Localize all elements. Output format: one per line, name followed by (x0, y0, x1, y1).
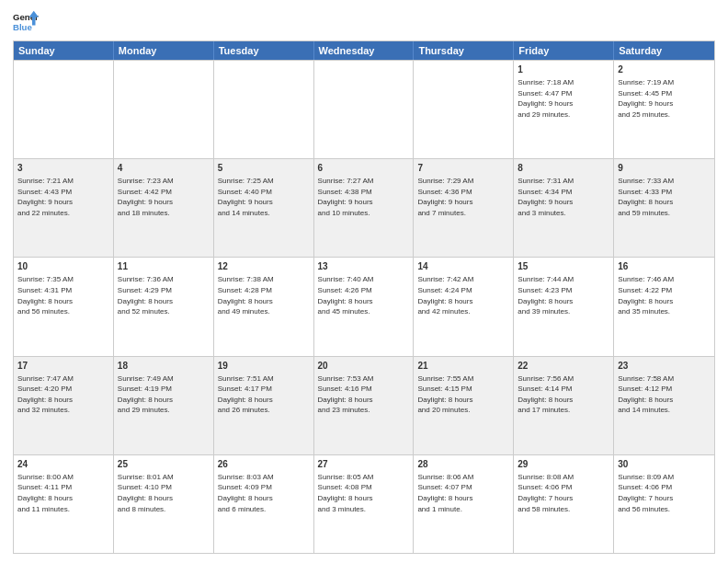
calendar-cell (314, 61, 415, 158)
day-number: 30 (618, 458, 711, 471)
calendar-cell: 12Sunrise: 7:38 AM Sunset: 4:28 PM Dayli… (214, 258, 314, 355)
calendar-body: 1Sunrise: 7:18 AM Sunset: 4:47 PM Daylig… (14, 60, 714, 553)
calendar-cell (414, 61, 514, 158)
calendar-cell: 4Sunrise: 7:23 AM Sunset: 4:42 PM Daylig… (114, 159, 214, 257)
calendar-cell (114, 61, 214, 158)
day-number: 27 (318, 458, 410, 471)
day-number: 7 (417, 162, 509, 175)
calendar: SundayMondayTuesdayWednesdayThursdayFrid… (13, 40, 715, 554)
day-number: 15 (518, 260, 609, 273)
calendar-cell: 14Sunrise: 7:42 AM Sunset: 4:24 PM Dayli… (414, 258, 514, 355)
day-number: 18 (118, 360, 210, 373)
weekday-header: Thursday (414, 41, 514, 60)
calendar-cell: 23Sunrise: 7:58 AM Sunset: 4:12 PM Dayli… (614, 357, 714, 454)
day-number: 6 (318, 162, 410, 175)
calendar-header: SundayMondayTuesdayWednesdayThursdayFrid… (14, 41, 714, 60)
calendar-cell: 1Sunrise: 7:18 AM Sunset: 4:47 PM Daylig… (514, 61, 614, 158)
day-number: 5 (218, 162, 310, 175)
day-info: Sunrise: 7:46 AM Sunset: 4:22 PM Dayligh… (618, 274, 711, 316)
calendar-cell: 17Sunrise: 7:47 AM Sunset: 4:20 PM Dayli… (14, 357, 114, 454)
day-number: 21 (417, 360, 509, 373)
day-number: 16 (618, 260, 711, 273)
day-info: Sunrise: 7:49 AM Sunset: 4:19 PM Dayligh… (118, 373, 210, 416)
calendar-cell: 28Sunrise: 8:06 AM Sunset: 4:07 PM Dayli… (414, 455, 514, 553)
page-header: General Blue (13, 9, 715, 35)
calendar-cell: 25Sunrise: 8:01 AM Sunset: 4:10 PM Dayli… (114, 455, 214, 553)
day-info: Sunrise: 8:05 AM Sunset: 4:08 PM Dayligh… (318, 472, 410, 514)
day-number: 28 (417, 458, 509, 471)
day-number: 24 (17, 458, 109, 471)
weekday-header: Wednesday (314, 41, 415, 60)
day-number: 29 (518, 458, 609, 471)
day-number: 9 (618, 162, 711, 175)
calendar-cell: 3Sunrise: 7:21 AM Sunset: 4:43 PM Daylig… (14, 159, 114, 257)
day-number: 26 (218, 458, 310, 471)
day-number: 13 (318, 260, 410, 273)
calendar-cell: 24Sunrise: 8:00 AM Sunset: 4:11 PM Dayli… (14, 455, 114, 553)
weekday-header: Sunday (14, 41, 114, 60)
day-info: Sunrise: 7:53 AM Sunset: 4:16 PM Dayligh… (318, 373, 410, 416)
day-info: Sunrise: 7:56 AM Sunset: 4:14 PM Dayligh… (518, 373, 609, 416)
calendar-cell: 2Sunrise: 7:19 AM Sunset: 4:45 PM Daylig… (614, 61, 714, 158)
day-info: Sunrise: 8:03 AM Sunset: 4:09 PM Dayligh… (218, 472, 310, 514)
calendar-cell: 21Sunrise: 7:55 AM Sunset: 4:15 PM Dayli… (414, 357, 514, 454)
calendar-cell: 9Sunrise: 7:33 AM Sunset: 4:33 PM Daylig… (614, 159, 714, 257)
calendar-row: 24Sunrise: 8:00 AM Sunset: 4:11 PM Dayli… (14, 454, 714, 553)
day-info: Sunrise: 7:29 AM Sunset: 4:36 PM Dayligh… (417, 176, 509, 218)
day-info: Sunrise: 7:25 AM Sunset: 4:40 PM Dayligh… (218, 176, 310, 218)
day-info: Sunrise: 7:23 AM Sunset: 4:42 PM Dayligh… (118, 176, 210, 218)
day-number: 4 (118, 162, 210, 175)
calendar-cell: 8Sunrise: 7:31 AM Sunset: 4:34 PM Daylig… (514, 159, 614, 257)
calendar-cell: 29Sunrise: 8:08 AM Sunset: 4:06 PM Dayli… (514, 455, 614, 553)
logo-icon: General Blue (13, 9, 39, 35)
day-info: Sunrise: 7:35 AM Sunset: 4:31 PM Dayligh… (17, 274, 109, 316)
calendar-row: 10Sunrise: 7:35 AM Sunset: 4:31 PM Dayli… (14, 257, 714, 355)
calendar-cell: 22Sunrise: 7:56 AM Sunset: 4:14 PM Dayli… (514, 357, 614, 454)
day-number: 11 (118, 260, 210, 273)
day-info: Sunrise: 8:00 AM Sunset: 4:11 PM Dayligh… (17, 472, 109, 514)
calendar-cell: 7Sunrise: 7:29 AM Sunset: 4:36 PM Daylig… (414, 159, 514, 257)
calendar-cell: 13Sunrise: 7:40 AM Sunset: 4:26 PM Dayli… (314, 258, 415, 355)
day-number: 3 (17, 162, 109, 175)
day-info: Sunrise: 8:06 AM Sunset: 4:07 PM Dayligh… (417, 472, 509, 514)
day-number: 14 (417, 260, 509, 273)
day-info: Sunrise: 7:38 AM Sunset: 4:28 PM Dayligh… (218, 274, 310, 316)
calendar-cell: 16Sunrise: 7:46 AM Sunset: 4:22 PM Dayli… (614, 258, 714, 355)
day-info: Sunrise: 7:58 AM Sunset: 4:12 PM Dayligh… (618, 373, 711, 416)
day-info: Sunrise: 7:42 AM Sunset: 4:24 PM Dayligh… (417, 274, 509, 316)
day-number: 8 (518, 162, 609, 175)
weekday-header: Friday (514, 41, 614, 60)
day-number: 12 (218, 260, 310, 273)
calendar-cell: 15Sunrise: 7:44 AM Sunset: 4:23 PM Dayli… (514, 258, 614, 355)
day-number: 19 (218, 360, 310, 373)
calendar-cell: 27Sunrise: 8:05 AM Sunset: 4:08 PM Dayli… (314, 455, 415, 553)
day-info: Sunrise: 7:18 AM Sunset: 4:47 PM Dayligh… (518, 77, 609, 120)
day-info: Sunrise: 7:47 AM Sunset: 4:20 PM Dayligh… (17, 373, 109, 416)
calendar-cell: 6Sunrise: 7:27 AM Sunset: 4:38 PM Daylig… (314, 159, 415, 257)
day-number: 10 (17, 260, 109, 273)
day-info: Sunrise: 8:01 AM Sunset: 4:10 PM Dayligh… (118, 472, 210, 514)
weekday-header: Tuesday (214, 41, 314, 60)
calendar-cell: 5Sunrise: 7:25 AM Sunset: 4:40 PM Daylig… (214, 159, 314, 257)
calendar-cell: 11Sunrise: 7:36 AM Sunset: 4:29 PM Dayli… (114, 258, 214, 355)
day-info: Sunrise: 7:19 AM Sunset: 4:45 PM Dayligh… (618, 77, 711, 120)
day-number: 1 (518, 63, 609, 76)
calendar-cell: 18Sunrise: 7:49 AM Sunset: 4:19 PM Dayli… (114, 357, 214, 454)
calendar-cell (14, 61, 114, 158)
day-number: 20 (318, 360, 410, 373)
day-info: Sunrise: 7:33 AM Sunset: 4:33 PM Dayligh… (618, 176, 711, 218)
day-info: Sunrise: 8:08 AM Sunset: 4:06 PM Dayligh… (518, 472, 609, 514)
calendar-cell: 19Sunrise: 7:51 AM Sunset: 4:17 PM Dayli… (214, 357, 314, 454)
day-number: 17 (17, 360, 109, 373)
calendar-cell: 20Sunrise: 7:53 AM Sunset: 4:16 PM Dayli… (314, 357, 415, 454)
day-info: Sunrise: 7:27 AM Sunset: 4:38 PM Dayligh… (318, 176, 410, 218)
calendar-row: 17Sunrise: 7:47 AM Sunset: 4:20 PM Dayli… (14, 356, 714, 454)
day-info: Sunrise: 8:09 AM Sunset: 4:06 PM Dayligh… (618, 472, 711, 514)
weekday-header: Saturday (614, 41, 714, 60)
day-info: Sunrise: 7:36 AM Sunset: 4:29 PM Dayligh… (118, 274, 210, 316)
day-info: Sunrise: 7:31 AM Sunset: 4:34 PM Dayligh… (518, 176, 609, 218)
calendar-cell (214, 61, 314, 158)
svg-text:Blue: Blue (13, 22, 32, 32)
day-info: Sunrise: 7:40 AM Sunset: 4:26 PM Dayligh… (318, 274, 410, 316)
calendar-cell: 30Sunrise: 8:09 AM Sunset: 4:06 PM Dayli… (614, 455, 714, 553)
